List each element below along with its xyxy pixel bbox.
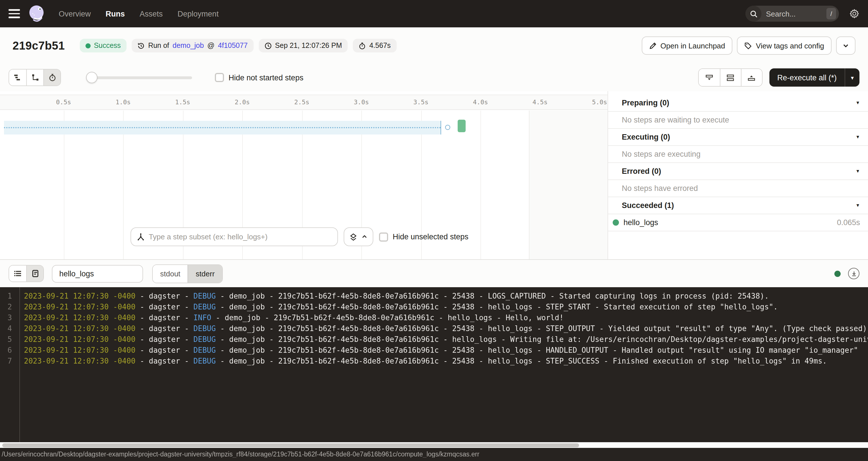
gantt-gridline xyxy=(480,111,481,259)
panel-empty-message: No steps are waiting to execute xyxy=(608,112,868,129)
nav-link-runs[interactable]: Runs xyxy=(106,9,125,18)
panel-empty-message: No steps have errored xyxy=(608,180,868,197)
run-more-actions-button[interactable] xyxy=(836,36,856,55)
reexecute-all-button[interactable]: Re-execute all (*) ▾ xyxy=(769,68,860,87)
log-line-content: 2023-09-21 12:07:30 -0400 - dagster - DE… xyxy=(17,290,769,302)
view-flat-button[interactable] xyxy=(9,69,26,86)
panel-down-icon xyxy=(705,73,713,82)
commit-link[interactable]: 4f105077 xyxy=(218,41,248,50)
nav-link-assets[interactable]: Assets xyxy=(140,9,163,18)
chevron-down-icon xyxy=(842,42,849,49)
axis-tick-label: 3.0s xyxy=(354,99,369,106)
checkbox-icon xyxy=(379,232,388,241)
job-link[interactable]: demo_job xyxy=(173,41,204,50)
axis-tick-label: 5.0s xyxy=(592,99,607,106)
hide-unselected-checkbox[interactable]: Hide unselected steps xyxy=(379,232,468,241)
panel-section-title: Succeeded (1) xyxy=(622,201,674,210)
hide-not-started-checkbox[interactable]: Hide not started steps xyxy=(215,73,304,82)
open-launchpad-button[interactable]: Open in Launchpad xyxy=(642,36,733,55)
main-nav-links: OverviewRunsAssetsDeployment xyxy=(59,9,219,18)
axis-tick-label: 4.5s xyxy=(533,99,548,106)
gantt-step-bar-hello-logs[interactable] xyxy=(458,120,466,132)
nav-link-deployment[interactable]: Deployment xyxy=(178,9,219,18)
panel-step-row[interactable]: hello_logs0.065s xyxy=(608,214,868,232)
panel-split-button[interactable] xyxy=(719,69,741,86)
reexecute-caret-icon[interactable]: ▾ xyxy=(845,68,860,87)
step-subset-row: Type a step subset (ex: hello_logs+) Hid… xyxy=(130,227,468,246)
panel-section-header[interactable]: Preparing (0)▼ xyxy=(608,95,868,112)
nav-link-overview[interactable]: Overview xyxy=(59,9,91,18)
log-timestamp: 2023-09-21 12:07:30 -0400 xyxy=(24,346,135,355)
view-timed-button[interactable] xyxy=(43,69,60,86)
settings-gear-icon[interactable] xyxy=(849,8,860,19)
log-level: DEBUG xyxy=(193,303,216,311)
step-duration: 0.065s xyxy=(837,218,860,227)
top-nav: OverviewRunsAssetsDeployment Search... / xyxy=(0,0,868,27)
hamburger-menu-icon[interactable] xyxy=(8,9,20,18)
download-logs-button[interactable] xyxy=(848,268,860,279)
log-timestamp: 2023-09-21 12:07:30 -0400 xyxy=(24,313,135,322)
step-subset-placeholder: Type a step subset (ex: hello_logs+) xyxy=(149,233,268,241)
stopwatch-icon xyxy=(48,73,56,82)
panel-collapse-down-button[interactable] xyxy=(699,69,719,86)
log-line-number: 4 xyxy=(0,323,17,334)
gantt-overflow-shade xyxy=(529,111,608,259)
panel-up-icon xyxy=(747,73,756,82)
log-raw-view-button[interactable] xyxy=(26,266,43,281)
panel-section-header[interactable]: Errored (0)▼ xyxy=(608,163,868,180)
run-of-pill: Run of demo_job @ 4f105077 xyxy=(132,39,253,53)
step-subset-input[interactable]: Type a step subset (ex: hello_logs+) xyxy=(130,227,338,246)
log-line: 22023-09-21 12:07:30 -0400 - dagster - D… xyxy=(0,302,868,312)
section-caret-icon: ▼ xyxy=(856,134,860,140)
log-line-content: 2023-09-21 12:07:30 -0400 - dagster - DE… xyxy=(17,345,858,356)
log-structured-view-button[interactable] xyxy=(9,266,26,281)
log-line-content: 2023-09-21 12:07:30 -0400 - dagster - IN… xyxy=(17,312,564,323)
gantt-zoom-slider[interactable] xyxy=(86,72,192,83)
pencil-icon xyxy=(649,42,656,49)
panel-section-title: Errored (0) xyxy=(622,167,661,176)
log-line: 12023-09-21 12:07:30 -0400 - dagster - D… xyxy=(0,290,868,302)
panel-section-header[interactable]: Succeeded (1)▼ xyxy=(608,197,868,214)
log-level: DEBUG xyxy=(193,357,216,365)
section-caret-icon: ▼ xyxy=(856,203,860,208)
checkbox-icon xyxy=(215,73,224,82)
history-icon xyxy=(137,42,145,49)
tab-stdout[interactable]: stdout xyxy=(153,265,188,282)
graph-query-toggle-button[interactable] xyxy=(344,227,373,246)
gantt-canvas[interactable]: Type a step subset (ex: hello_logs+) Hid… xyxy=(0,111,608,259)
axis-tick-label: 0.5s xyxy=(56,99,71,106)
log-line-number: 2 xyxy=(0,302,17,312)
log-toolbar: hello_logs stdoutstderr xyxy=(0,260,868,287)
log-level: INFO xyxy=(193,313,212,322)
search-shortcut-badge: / xyxy=(827,8,836,19)
search-input[interactable]: Search... / xyxy=(745,6,839,22)
panel-section-title: Executing (0) xyxy=(622,133,670,141)
panel-collapse-up-button[interactable] xyxy=(741,69,762,86)
slider-thumb[interactable] xyxy=(86,72,97,83)
timestamp-pill: Sep 21, 12:07:26 PM xyxy=(258,39,348,53)
axis-tick-label: 2.5s xyxy=(294,99,309,106)
log-output[interactable]: 12023-09-21 12:07:30 -0400 - dagster - D… xyxy=(0,287,868,442)
log-level: DEBUG xyxy=(193,292,216,300)
panel-section-header[interactable]: Executing (0)▼ xyxy=(608,129,868,146)
panel-empty-message: No steps are executing xyxy=(608,146,868,163)
step-status-panel: Preparing (0)▼No steps are waiting to ex… xyxy=(608,91,868,259)
scrollbar-thumb[interactable] xyxy=(2,443,579,447)
view-tags-config-button[interactable]: View tags and config xyxy=(737,36,832,55)
axis-tick-label: 2.0s xyxy=(235,99,250,106)
axis-tick-label: 1.0s xyxy=(116,99,131,106)
caret-up-icon xyxy=(361,234,368,240)
log-file-path: /Users/erincochran/Desktop/dagster-examp… xyxy=(2,451,479,458)
panel-split-icon xyxy=(726,73,735,82)
download-icon xyxy=(850,270,857,277)
search-icon xyxy=(745,6,762,22)
log-line: 32023-09-21 12:07:30 -0400 - dagster - I… xyxy=(0,312,868,323)
log-line-number: 3 xyxy=(0,312,17,323)
view-waterfall-button[interactable] xyxy=(26,69,43,86)
log-line-number: 1 xyxy=(0,290,17,302)
tab-stderr[interactable]: stderr xyxy=(188,265,222,282)
run-header: 219c7b51 Success Run of demo_job @ 4f105… xyxy=(0,27,868,64)
dagster-logo-icon[interactable] xyxy=(28,5,46,23)
log-line-content: 2023-09-21 12:07:30 -0400 - dagster - DE… xyxy=(17,302,778,312)
log-filter-input[interactable]: hello_logs xyxy=(52,265,143,282)
